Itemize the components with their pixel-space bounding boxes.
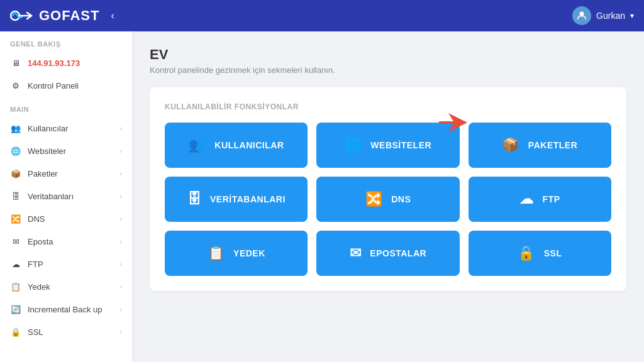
chevron-icon: › [119,260,122,268]
kontrol-left: Kontrol Paneli [10,80,79,91]
email-icon [10,236,21,247]
sidebar-label-veritabanlari: Veritabanları [28,192,74,201]
sidebar-label-dns: DNS [28,214,45,224]
kullanicilar-button-label: KULLANICILAR [214,140,284,150]
logo-text: GOFAST [39,8,99,24]
ssl-button[interactable]: SSL [469,231,611,276]
packages-grid-icon [502,137,519,153]
db-icon [10,190,21,202]
chevron-icon: › [119,238,122,245]
monitor-icon [10,57,21,69]
epostalar-button[interactable]: EPOSTALAR [316,231,459,276]
chevron-icon: › [119,170,122,177]
chevron-icon: › [119,147,122,155]
logo-icon [10,7,33,25]
chevron-icon: › [119,124,122,132]
veritabanlari-button-label: VERİTABANLARI [210,194,286,204]
header: GOFAST ‹ Gurkan ▾ [0,0,644,31]
ftp-button-label: FTP [543,194,560,204]
chevron-icon: › [119,328,122,336]
websiteler-button[interactable]: WEBSİTELER [316,123,459,168]
svg-point-4 [580,12,584,16]
backup-grid-icon [208,245,225,261]
backup-icon [10,281,21,292]
sidebar-item-yedek[interactable]: Yedek › [0,275,132,298]
paketler-button-label: PAKETLER [528,140,577,150]
chevron-icon: › [119,215,122,222]
sidebar-label-incremental: Incremental Back up [28,305,103,314]
chevron-icon: › [119,192,122,200]
kontrol-label: Kontrol Paneli [28,81,79,90]
dns-button-label: DNS [391,194,411,204]
user-menu-chevron[interactable]: ▾ [630,11,634,20]
ssl-icon [10,326,21,337]
dns-icon [10,213,21,224]
users-icon [10,123,21,134]
chevron-icon: › [119,305,122,313]
avatar [572,6,591,25]
pkg-icon [10,168,21,179]
arrow-annotation [436,110,474,135]
sidebar-item-incremental[interactable]: Incremental Back up › [0,298,132,321]
page-title: EV [150,47,626,63]
yedek-button[interactable]: YEDEK [165,231,308,276]
user-name-label: Gurkan [596,11,625,21]
sidebar-section-main: MAIN [0,97,132,117]
ftp-grid-icon [519,191,534,207]
main-content: EV Kontrol panelinde gezinmek için sekme… [132,31,644,362]
sidebar-item-websiteler[interactable]: Websiteler › [0,140,132,162]
yedek-button-label: YEDEK [233,248,265,258]
user-menu[interactable]: Gurkan ▾ [572,6,634,25]
sidebar-label-ssl: SSL [28,327,43,337]
db-grid-icon [187,191,202,207]
panel-icon [10,80,21,91]
globe-grid-icon [345,137,362,153]
sidebar-label-ftp: FTP [28,260,43,269]
sidebar-label-paketler: Paketler [28,169,58,178]
sidebar-label-eposta: Eposta [28,237,53,246]
sidebar-item-paketler[interactable]: Paketler › [0,162,132,185]
sidebar-section-genel: GENEL BAKIŞ [0,31,132,52]
veritabanlari-button[interactable]: VERİTABANLARI [165,177,308,222]
web-icon [10,145,21,156]
sidebar-item-ftp[interactable]: FTP › [0,253,132,275]
sidebar-ip-row: 144.91.93.173 [10,57,80,69]
svg-marker-5 [439,113,467,132]
sidebar-label-kullanicilar: Kullanıcılar [28,124,68,133]
dns-button[interactable]: DNS [316,177,459,222]
page-subtitle: Kontrol panelinde gezinmek için sekmeler… [150,65,626,75]
kullanicilar-button[interactable]: KULLANICILAR [165,123,308,168]
sidebar-label-websiteler: Websiteler [28,146,66,156]
dns-grid-icon [365,191,383,207]
ftp-icon [10,258,21,270]
functions-title: KULLANILABİLİR FONKSİYONLAR [165,102,611,111]
sidebar-item-ssl[interactable]: SSL › [0,321,132,343]
email-grid-icon [350,245,362,261]
ip-address-label: 144.91.93.173 [28,58,80,68]
sidebar-item-kullanicilar[interactable]: Kullanıcılar › [0,117,132,140]
header-left: GOFAST ‹ [10,7,119,25]
epostalar-button-label: EPOSTALAR [370,248,426,258]
users-grid-icon [189,137,206,153]
functions-card: KULLANILABİLİR FONKSİYONLAR KULLANICILAR… [150,87,626,291]
sidebar-label-yedek: Yedek [28,282,50,292]
incremental-icon [10,304,21,315]
sidebar-toggle-button[interactable]: ‹ [106,8,119,24]
sidebar-item-veritabanlari[interactable]: Veritabanları › [0,185,132,207]
sidebar-item-ip[interactable]: 144.91.93.173 [0,52,132,74]
chevron-icon: › [119,283,122,290]
sidebar: GENEL BAKIŞ 144.91.93.173 Kontrol Paneli… [0,31,132,362]
layout: GENEL BAKIŞ 144.91.93.173 Kontrol Paneli… [0,31,644,362]
sidebar-item-eposta[interactable]: Eposta › [0,230,132,253]
ftp-button[interactable]: FTP [469,177,611,222]
ssl-button-label: SSL [544,248,562,258]
sidebar-item-kontrol[interactable]: Kontrol Paneli [0,74,132,97]
sidebar-item-dns[interactable]: DNS › [0,207,132,230]
ssl-grid-icon [518,245,535,261]
functions-grid: KULLANICILAR WEBSİTELER PAKETLER V [165,123,611,276]
websiteler-button-label: WEBSİTELER [370,140,431,150]
paketler-button[interactable]: PAKETLER [469,123,611,168]
